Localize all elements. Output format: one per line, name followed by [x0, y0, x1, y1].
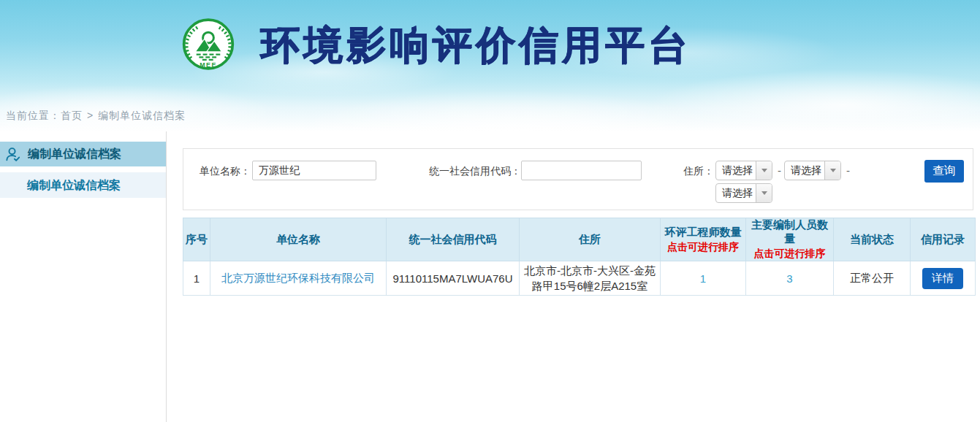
page-title: 环境影响评价信用平台	[260, 19, 691, 72]
city-select-value: 请选择	[785, 161, 824, 180]
cell-engineer-count: 1	[661, 261, 746, 296]
col-status: 当前状态	[834, 218, 911, 261]
credit-code-input[interactable]	[521, 161, 642, 180]
district-select-value: 请选择	[716, 184, 756, 202]
col-staff-count-label: 主要编制人员数量	[746, 218, 833, 246]
main-panel: 单位名称： 统一社会信用代码： 住所： 请选择 - 请选择 - 请选择 查询	[183, 131, 975, 422]
cell-credit-code: 91110115MA7LWUA76U	[387, 261, 520, 296]
person-check-icon	[4, 146, 21, 163]
col-credit-code: 统一社会信用代码	[387, 218, 520, 261]
chevron-down-icon[interactable]	[756, 184, 772, 202]
col-staff-count-sortable[interactable]: 主要编制人员数量 点击可进行排序	[746, 218, 834, 261]
detail-button[interactable]: 详情	[922, 268, 963, 289]
breadcrumb-home-link[interactable]: 首页	[61, 110, 83, 121]
chevron-down-icon[interactable]	[756, 161, 772, 180]
content-area: 编制单位诚信档案 编制单位诚信档案 单位名称： 统一社会信用代码： 住所： 请选…	[0, 131, 980, 422]
sidebar-item-archive-parent[interactable]: 编制单位诚信档案	[0, 142, 166, 166]
credit-code-label: 统一社会信用代码：	[429, 161, 521, 181]
sidebar-item-label: 编制单位诚信档案	[28, 147, 121, 162]
staff-count-link[interactable]: 3	[786, 272, 792, 285]
search-button[interactable]: 查询	[924, 160, 964, 183]
col-address: 住所	[520, 218, 661, 261]
col-engineer-count-sortable[interactable]: 环评工程师数量 点击可进行排序	[661, 218, 746, 261]
province-select[interactable]: 请选择	[715, 161, 772, 180]
table-header-row: 序号 单位名称 统一社会信用代码 住所 环评工程师数量 点击可进行排序 主要编制…	[183, 218, 976, 261]
sort-hint: 点击可进行排序	[661, 241, 745, 254]
city-select[interactable]: 请选择	[784, 161, 841, 180]
sidebar: 编制单位诚信档案 编制单位诚信档案	[0, 131, 167, 422]
cell-index: 1	[183, 261, 210, 296]
province-select-value: 请选择	[716, 161, 756, 180]
svg-text:MEE: MEE	[200, 61, 217, 69]
cell-address: 北京市-北京市-大兴区-金苑路甲15号6幢2层A215室	[520, 261, 661, 296]
mee-logo: MEE	[181, 18, 235, 73]
col-company: 单位名称	[210, 218, 387, 261]
cell-credit-record: 详情	[911, 261, 976, 296]
search-panel: 单位名称： 统一社会信用代码： 住所： 请选择 - 请选择 - 请选择 查询	[183, 148, 973, 210]
sidebar-item-archive[interactable]: 编制单位诚信档案	[0, 172, 166, 198]
sort-hint: 点击可进行排序	[746, 248, 833, 261]
cell-staff-count: 3	[746, 261, 834, 296]
breadcrumb-separator: >	[87, 110, 94, 121]
engineer-count-link[interactable]: 1	[700, 272, 706, 285]
site-header: MEE 环境影响评价信用平台 当前位置：首页>编制单位诚信档案	[0, 0, 980, 131]
col-credit-record: 信用记录	[911, 218, 976, 261]
cell-company: 北京万源世纪环保科技有限公司	[210, 261, 387, 296]
results-table: 序号 单位名称 统一社会信用代码 住所 环评工程师数量 点击可进行排序 主要编制…	[183, 218, 976, 296]
col-index: 序号	[183, 218, 210, 261]
breadcrumb-label: 当前位置：	[6, 110, 61, 121]
address-label: 住所：	[683, 161, 714, 181]
company-name-label: 单位名称：	[200, 161, 251, 181]
address-dash-1: -	[778, 161, 781, 181]
cell-status: 正常公开	[834, 261, 911, 296]
brand: MEE 环境影响评价信用平台	[181, 18, 691, 73]
breadcrumb: 当前位置：首页>编制单位诚信档案	[6, 110, 186, 123]
col-engineer-count-label: 环评工程师数量	[661, 226, 745, 239]
chevron-down-icon[interactable]	[824, 161, 840, 180]
company-link[interactable]: 北京万源世纪环保科技有限公司	[221, 272, 375, 284]
address-dash-2: -	[846, 161, 850, 181]
company-name-input[interactable]	[252, 161, 376, 180]
table-row: 1 北京万源世纪环保科技有限公司 91110115MA7LWUA76U 北京市-…	[183, 261, 976, 296]
district-select[interactable]: 请选择	[715, 183, 772, 203]
breadcrumb-current: 编制单位诚信档案	[98, 110, 186, 121]
